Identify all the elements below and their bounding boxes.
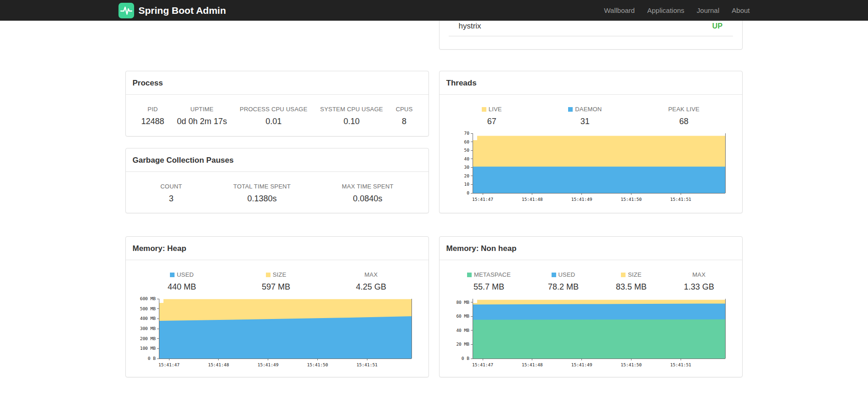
nonheap-size-legend-swatch <box>621 273 626 277</box>
heap-metrics: USED 440 MB SIZE 597 MB MAX 4.25 GB <box>126 260 428 292</box>
metric-threads-daemon: DAEMON 31 <box>568 106 602 126</box>
metric-label: METASPACE <box>467 271 511 278</box>
svg-text:15:41:47: 15:41:47 <box>472 197 493 202</box>
nonheap-metrics: METASPACE 55.7 MB USED 78.2 MB SIZE 83.5… <box>440 260 742 292</box>
metric-value: 67 <box>482 117 502 126</box>
gc-panel-title: Garbage Collection Pauses <box>126 148 428 172</box>
metric-value: 0d 0h 2m 17s <box>177 117 227 126</box>
svg-text:40 MB: 40 MB <box>456 328 469 333</box>
process-panel: Process PID 12488 UPTIME 0d 0h 2m 17s PR… <box>125 71 429 137</box>
metric-label: PROCESS CPU USAGE <box>240 106 307 113</box>
metric-label: DAEMON <box>568 106 602 113</box>
spring-boot-admin-logo-icon <box>118 3 134 18</box>
svg-text:60: 60 <box>464 139 469 144</box>
memory-heap-chart: 0 B100 MB200 MB300 MB400 MB500 MB600 MB1… <box>135 296 415 369</box>
svg-text:70: 70 <box>464 131 469 136</box>
svg-text:300 MB: 300 MB <box>140 326 156 331</box>
application-status-badge: UP <box>712 22 723 30</box>
memory-nonheap-chart: 0 B20 MB40 MB60 MB80 MB15:41:4715:41:481… <box>449 296 729 369</box>
svg-text:0 B: 0 B <box>461 356 469 361</box>
metric-label: MAX TIME SPENT <box>342 183 393 190</box>
nav-link-wallboard[interactable]: Wallboard <box>604 6 635 14</box>
metric-uptime: UPTIME 0d 0h 2m 17s <box>177 106 227 126</box>
metric-label: SIZE <box>616 271 647 278</box>
heap-panel-title: Memory: Heap <box>126 237 428 260</box>
svg-text:0 B: 0 B <box>147 356 155 361</box>
metric-label: SYSTEM CPU USAGE <box>320 106 383 113</box>
threads-chart: 01020304050607015:41:4715:41:4815:41:491… <box>449 131 729 203</box>
svg-text:15:41:50: 15:41:50 <box>307 362 328 367</box>
svg-text:15:41:51: 15:41:51 <box>670 197 691 202</box>
svg-text:15:41:49: 15:41:49 <box>257 362 278 367</box>
metric-label: SIZE <box>262 271 290 278</box>
metric-label: MAX <box>684 271 714 278</box>
nav-link-applications[interactable]: Applications <box>647 6 684 14</box>
navbar-links: Wallboard Applications Journal About <box>604 6 750 14</box>
nav-link-about[interactable]: About <box>732 6 750 14</box>
metric-heap-size: SIZE 597 MB <box>262 271 290 292</box>
metric-gc-max-time: MAX TIME SPENT 0.0840s <box>342 183 393 204</box>
process-metrics: PID 12488 UPTIME 0d 0h 2m 17s PROCESS CP… <box>126 95 428 126</box>
svg-text:15:41:49: 15:41:49 <box>571 362 592 367</box>
metric-cpus: CPUS 8 <box>396 106 413 126</box>
svg-text:15:41:48: 15:41:48 <box>208 362 229 367</box>
metric-label: MAX <box>356 271 386 278</box>
dashboard-content: hystrix UP Process PID 12488 UPTIME 0d 0… <box>125 21 743 388</box>
gc-pauses-panel: Garbage Collection Pauses COUNT 3 TOTAL … <box>125 148 429 213</box>
threads-metrics: LIVE 67 DAEMON 31 PEAK LIVE 68 <box>440 95 742 126</box>
metric-nonheap-metaspace: METASPACE 55.7 MB <box>467 271 511 292</box>
metric-system-cpu-usage: SYSTEM CPU USAGE 0.10 <box>320 106 383 126</box>
metric-value: 4.25 GB <box>356 282 386 292</box>
metric-label: UPTIME <box>177 106 227 113</box>
metric-value: 597 MB <box>262 282 290 292</box>
svg-text:20: 20 <box>464 173 469 178</box>
top-navbar: Spring Boot Admin Wallboard Applications… <box>0 0 868 21</box>
metric-label: PEAK LIVE <box>668 106 699 113</box>
nav-link-journal[interactable]: Journal <box>697 6 719 14</box>
svg-text:100 MB: 100 MB <box>140 346 156 351</box>
memory-heap-panel: Memory: Heap USED 440 MB SIZE 597 MB MAX… <box>125 236 429 377</box>
metric-gc-total-time: TOTAL TIME SPENT 0.1380s <box>233 183 291 204</box>
metric-threads-live: LIVE 67 <box>482 106 502 126</box>
metric-value: 83.5 MB <box>616 282 647 292</box>
svg-text:30: 30 <box>464 165 469 170</box>
svg-text:15:41:47: 15:41:47 <box>158 362 180 367</box>
metric-value: 68 <box>668 117 699 126</box>
metric-value: 0.10 <box>320 117 383 126</box>
metric-label: LIVE <box>482 106 502 113</box>
metric-value: 0.01 <box>240 117 307 126</box>
brand-title: Spring Boot Admin <box>139 5 226 16</box>
application-name[interactable]: hystrix <box>459 22 481 31</box>
svg-text:600 MB: 600 MB <box>140 296 156 301</box>
metric-label: PID <box>141 106 164 113</box>
metric-value: 0.0840s <box>342 194 393 204</box>
application-row-hystrix[interactable]: hystrix UP <box>449 18 733 36</box>
svg-text:15:41:48: 15:41:48 <box>521 197 542 202</box>
brand-link[interactable]: Spring Boot Admin <box>118 3 226 18</box>
metric-threads-peak-live: PEAK LIVE 68 <box>668 106 699 126</box>
svg-text:200 MB: 200 MB <box>140 336 156 341</box>
svg-text:15:41:49: 15:41:49 <box>571 197 592 202</box>
metric-label: TOTAL TIME SPENT <box>233 183 291 190</box>
threads-panel: Threads LIVE 67 DAEMON 31 PEAK LIVE 68 0… <box>439 71 743 213</box>
svg-text:15:41:48: 15:41:48 <box>521 362 542 367</box>
metric-label: USED <box>168 271 196 278</box>
nonheap-used-legend-swatch <box>552 273 556 277</box>
metric-value: 12488 <box>141 117 164 126</box>
svg-text:10: 10 <box>464 182 469 187</box>
svg-text:80 MB: 80 MB <box>456 300 469 305</box>
svg-text:500 MB: 500 MB <box>140 306 156 311</box>
navbar-container: Spring Boot Admin Wallboard Applications… <box>118 0 750 21</box>
metric-heap-used: USED 440 MB <box>168 271 196 292</box>
metric-value: 55.7 MB <box>467 282 511 292</box>
heap-used-legend-swatch <box>170 273 175 277</box>
metric-nonheap-size: SIZE 83.5 MB <box>616 271 647 292</box>
metric-label: COUNT <box>160 183 182 190</box>
process-panel-title: Process <box>126 71 428 95</box>
metric-nonheap-max: MAX 1.33 GB <box>684 271 714 292</box>
nonheap-panel-title: Memory: Non heap <box>440 237 742 260</box>
svg-text:15:41:51: 15:41:51 <box>670 362 691 367</box>
metric-label: USED <box>548 271 579 278</box>
metaspace-legend-swatch <box>467 273 472 277</box>
daemon-legend-swatch <box>568 107 573 112</box>
